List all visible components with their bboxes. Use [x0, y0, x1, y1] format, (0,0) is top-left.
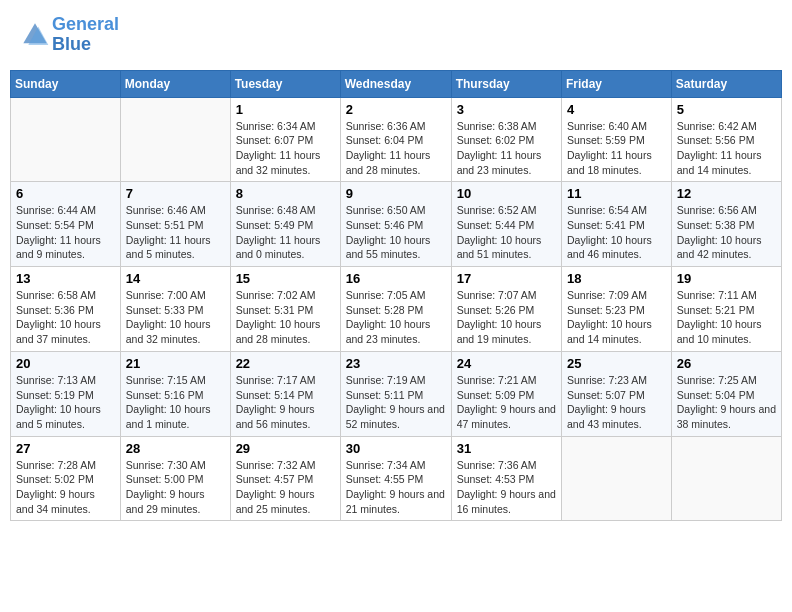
- calendar-cell: 27Sunrise: 7:28 AM Sunset: 5:02 PM Dayli…: [11, 436, 121, 521]
- calendar-cell: 28Sunrise: 7:30 AM Sunset: 5:00 PM Dayli…: [120, 436, 230, 521]
- day-of-week-header: Wednesday: [340, 70, 451, 97]
- day-detail: Sunrise: 7:17 AM Sunset: 5:14 PM Dayligh…: [236, 373, 335, 432]
- page-header: General Blue: [10, 10, 782, 60]
- day-detail: Sunrise: 7:11 AM Sunset: 5:21 PM Dayligh…: [677, 288, 776, 347]
- calendar-cell: 9Sunrise: 6:50 AM Sunset: 5:46 PM Daylig…: [340, 182, 451, 267]
- day-detail: Sunrise: 7:34 AM Sunset: 4:55 PM Dayligh…: [346, 458, 446, 517]
- day-detail: Sunrise: 6:54 AM Sunset: 5:41 PM Dayligh…: [567, 203, 666, 262]
- day-of-week-header: Saturday: [671, 70, 781, 97]
- day-number: 7: [126, 186, 225, 201]
- day-detail: Sunrise: 6:36 AM Sunset: 6:04 PM Dayligh…: [346, 119, 446, 178]
- calendar-cell: 23Sunrise: 7:19 AM Sunset: 5:11 PM Dayli…: [340, 351, 451, 436]
- calendar-cell: 19Sunrise: 7:11 AM Sunset: 5:21 PM Dayli…: [671, 267, 781, 352]
- calendar-week-row: 13Sunrise: 6:58 AM Sunset: 5:36 PM Dayli…: [11, 267, 782, 352]
- day-of-week-header: Thursday: [451, 70, 561, 97]
- day-detail: Sunrise: 6:44 AM Sunset: 5:54 PM Dayligh…: [16, 203, 115, 262]
- calendar-cell: 15Sunrise: 7:02 AM Sunset: 5:31 PM Dayli…: [230, 267, 340, 352]
- day-detail: Sunrise: 6:52 AM Sunset: 5:44 PM Dayligh…: [457, 203, 556, 262]
- calendar-cell: [120, 97, 230, 182]
- calendar-cell: 12Sunrise: 6:56 AM Sunset: 5:38 PM Dayli…: [671, 182, 781, 267]
- day-detail: Sunrise: 7:21 AM Sunset: 5:09 PM Dayligh…: [457, 373, 556, 432]
- day-detail: Sunrise: 7:25 AM Sunset: 5:04 PM Dayligh…: [677, 373, 776, 432]
- day-number: 26: [677, 356, 776, 371]
- day-detail: Sunrise: 7:30 AM Sunset: 5:00 PM Dayligh…: [126, 458, 225, 517]
- day-number: 14: [126, 271, 225, 286]
- calendar-cell: 1Sunrise: 6:34 AM Sunset: 6:07 PM Daylig…: [230, 97, 340, 182]
- calendar-cell: [562, 436, 672, 521]
- day-detail: Sunrise: 6:46 AM Sunset: 5:51 PM Dayligh…: [126, 203, 225, 262]
- calendar-week-row: 20Sunrise: 7:13 AM Sunset: 5:19 PM Dayli…: [11, 351, 782, 436]
- day-detail: Sunrise: 6:48 AM Sunset: 5:49 PM Dayligh…: [236, 203, 335, 262]
- day-detail: Sunrise: 7:07 AM Sunset: 5:26 PM Dayligh…: [457, 288, 556, 347]
- day-number: 3: [457, 102, 556, 117]
- calendar-cell: [11, 97, 121, 182]
- day-detail: Sunrise: 7:02 AM Sunset: 5:31 PM Dayligh…: [236, 288, 335, 347]
- day-number: 18: [567, 271, 666, 286]
- calendar-cell: 11Sunrise: 6:54 AM Sunset: 5:41 PM Dayli…: [562, 182, 672, 267]
- calendar-cell: 31Sunrise: 7:36 AM Sunset: 4:53 PM Dayli…: [451, 436, 561, 521]
- calendar-cell: 17Sunrise: 7:07 AM Sunset: 5:26 PM Dayli…: [451, 267, 561, 352]
- day-number: 23: [346, 356, 446, 371]
- day-number: 4: [567, 102, 666, 117]
- day-number: 6: [16, 186, 115, 201]
- calendar-cell: 16Sunrise: 7:05 AM Sunset: 5:28 PM Dayli…: [340, 267, 451, 352]
- day-number: 17: [457, 271, 556, 286]
- calendar-cell: 6Sunrise: 6:44 AM Sunset: 5:54 PM Daylig…: [11, 182, 121, 267]
- calendar-table: SundayMondayTuesdayWednesdayThursdayFrid…: [10, 70, 782, 522]
- calendar-week-row: 27Sunrise: 7:28 AM Sunset: 5:02 PM Dayli…: [11, 436, 782, 521]
- day-number: 30: [346, 441, 446, 456]
- day-detail: Sunrise: 6:56 AM Sunset: 5:38 PM Dayligh…: [677, 203, 776, 262]
- day-of-week-header: Friday: [562, 70, 672, 97]
- day-detail: Sunrise: 6:40 AM Sunset: 5:59 PM Dayligh…: [567, 119, 666, 178]
- day-number: 25: [567, 356, 666, 371]
- logo-text: General Blue: [52, 15, 119, 55]
- calendar-cell: 21Sunrise: 7:15 AM Sunset: 5:16 PM Dayli…: [120, 351, 230, 436]
- day-number: 27: [16, 441, 115, 456]
- day-detail: Sunrise: 6:38 AM Sunset: 6:02 PM Dayligh…: [457, 119, 556, 178]
- calendar-cell: 24Sunrise: 7:21 AM Sunset: 5:09 PM Dayli…: [451, 351, 561, 436]
- day-of-week-header: Tuesday: [230, 70, 340, 97]
- day-detail: Sunrise: 6:42 AM Sunset: 5:56 PM Dayligh…: [677, 119, 776, 178]
- day-detail: Sunrise: 7:32 AM Sunset: 4:57 PM Dayligh…: [236, 458, 335, 517]
- calendar-cell: 25Sunrise: 7:23 AM Sunset: 5:07 PM Dayli…: [562, 351, 672, 436]
- day-number: 1: [236, 102, 335, 117]
- day-detail: Sunrise: 7:05 AM Sunset: 5:28 PM Dayligh…: [346, 288, 446, 347]
- day-number: 5: [677, 102, 776, 117]
- day-number: 24: [457, 356, 556, 371]
- day-number: 20: [16, 356, 115, 371]
- calendar-week-row: 6Sunrise: 6:44 AM Sunset: 5:54 PM Daylig…: [11, 182, 782, 267]
- day-number: 9: [346, 186, 446, 201]
- calendar-week-row: 1Sunrise: 6:34 AM Sunset: 6:07 PM Daylig…: [11, 97, 782, 182]
- calendar-cell: 5Sunrise: 6:42 AM Sunset: 5:56 PM Daylig…: [671, 97, 781, 182]
- day-number: 31: [457, 441, 556, 456]
- day-detail: Sunrise: 6:50 AM Sunset: 5:46 PM Dayligh…: [346, 203, 446, 262]
- day-number: 29: [236, 441, 335, 456]
- calendar-cell: [671, 436, 781, 521]
- day-detail: Sunrise: 7:19 AM Sunset: 5:11 PM Dayligh…: [346, 373, 446, 432]
- day-detail: Sunrise: 7:23 AM Sunset: 5:07 PM Dayligh…: [567, 373, 666, 432]
- calendar-cell: 7Sunrise: 6:46 AM Sunset: 5:51 PM Daylig…: [120, 182, 230, 267]
- calendar-cell: 26Sunrise: 7:25 AM Sunset: 5:04 PM Dayli…: [671, 351, 781, 436]
- calendar-cell: 4Sunrise: 6:40 AM Sunset: 5:59 PM Daylig…: [562, 97, 672, 182]
- calendar-cell: 14Sunrise: 7:00 AM Sunset: 5:33 PM Dayli…: [120, 267, 230, 352]
- day-number: 28: [126, 441, 225, 456]
- day-detail: Sunrise: 6:58 AM Sunset: 5:36 PM Dayligh…: [16, 288, 115, 347]
- calendar-cell: 22Sunrise: 7:17 AM Sunset: 5:14 PM Dayli…: [230, 351, 340, 436]
- logo-icon: [20, 20, 50, 50]
- day-number: 12: [677, 186, 776, 201]
- day-number: 19: [677, 271, 776, 286]
- calendar-cell: 10Sunrise: 6:52 AM Sunset: 5:44 PM Dayli…: [451, 182, 561, 267]
- day-number: 11: [567, 186, 666, 201]
- logo: General Blue: [20, 15, 119, 55]
- day-detail: Sunrise: 7:36 AM Sunset: 4:53 PM Dayligh…: [457, 458, 556, 517]
- day-of-week-header: Sunday: [11, 70, 121, 97]
- day-number: 2: [346, 102, 446, 117]
- day-detail: Sunrise: 7:28 AM Sunset: 5:02 PM Dayligh…: [16, 458, 115, 517]
- day-number: 8: [236, 186, 335, 201]
- day-of-week-header: Monday: [120, 70, 230, 97]
- day-detail: Sunrise: 7:13 AM Sunset: 5:19 PM Dayligh…: [16, 373, 115, 432]
- day-detail: Sunrise: 6:34 AM Sunset: 6:07 PM Dayligh…: [236, 119, 335, 178]
- calendar-cell: 30Sunrise: 7:34 AM Sunset: 4:55 PM Dayli…: [340, 436, 451, 521]
- calendar-cell: 13Sunrise: 6:58 AM Sunset: 5:36 PM Dayli…: [11, 267, 121, 352]
- calendar-header-row: SundayMondayTuesdayWednesdayThursdayFrid…: [11, 70, 782, 97]
